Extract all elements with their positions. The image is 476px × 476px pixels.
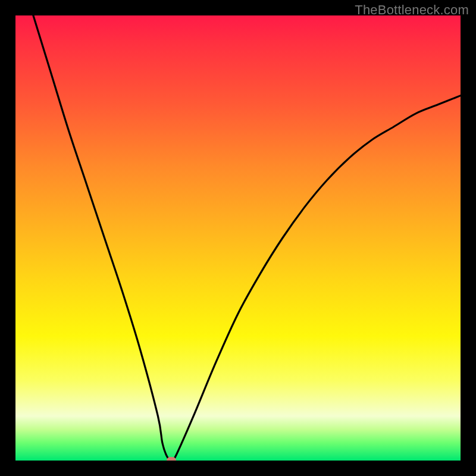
plot-area (15, 15, 461, 461)
minimum-marker (167, 457, 176, 461)
watermark-text: TheBottleneck.com (355, 2, 469, 18)
chart-frame: TheBottleneck.com (0, 0, 476, 476)
bottleneck-curve (15, 15, 461, 461)
